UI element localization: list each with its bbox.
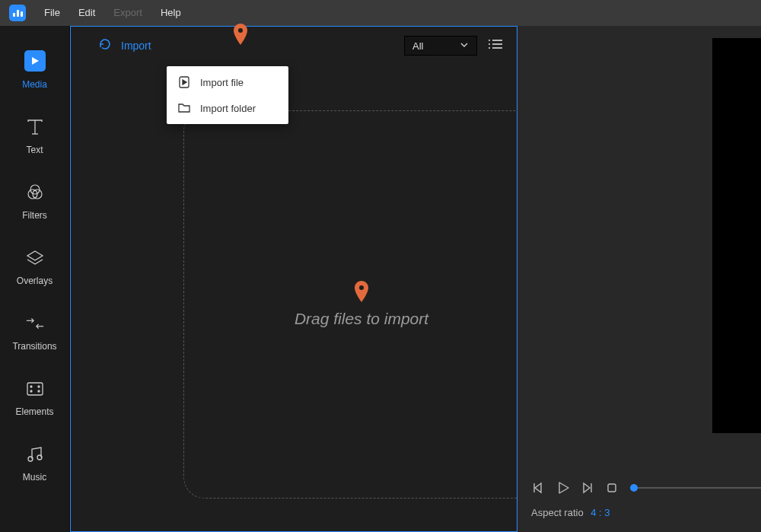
play-media-icon — [24, 50, 46, 72]
map-pin-icon — [234, 24, 247, 48]
svg-marker-20 — [183, 80, 186, 84]
svg-point-6 — [30, 386, 32, 387]
seek-handle[interactable] — [630, 484, 638, 492]
menu-help[interactable]: Help — [151, 0, 190, 26]
svg-point-21 — [359, 285, 364, 290]
list-view-toggle[interactable] — [488, 37, 503, 54]
import-dropdown-menu: Import file Import folder — [167, 66, 288, 124]
svg-point-7 — [38, 386, 40, 387]
sidebar-item-filters[interactable]: Filters — [0, 169, 70, 234]
preview-viewport — [712, 38, 761, 433]
sidebar-item-label: Transitions — [12, 341, 56, 352]
transition-icon — [25, 314, 45, 333]
svg-point-9 — [38, 390, 40, 392]
media-filter-select[interactable]: All — [404, 36, 477, 56]
sidebar-item-label: Media — [22, 79, 47, 90]
chevron-down-icon — [460, 40, 469, 52]
sidebar-item-label: Overlays — [17, 276, 53, 286]
aspect-ratio-display: Aspect ratio 4 : 3 — [531, 507, 610, 518]
media-dropzone[interactable]: Drag files to import — [183, 110, 540, 499]
menu-file[interactable]: File — [35, 0, 69, 26]
svg-rect-5 — [27, 383, 43, 395]
prev-frame-button[interactable] — [531, 480, 546, 495]
sidebar-item-label: Text — [26, 145, 43, 155]
refresh-icon[interactable] — [98, 37, 112, 54]
stop-button[interactable] — [604, 480, 619, 495]
sidebar-item-transitions[interactable]: Transitions — [0, 300, 70, 365]
aspect-ratio-label: Aspect ratio — [531, 507, 584, 518]
menu-bar: File Edit Export Help — [0, 0, 761, 26]
preview-panel: Aspect ratio 4 : 3 — [517, 26, 761, 532]
elements-icon — [25, 379, 45, 399]
main-layout: Media Text Filters O — [0, 26, 761, 532]
sidebar-item-label: Music — [23, 472, 46, 483]
music-icon — [25, 444, 45, 464]
svg-rect-27 — [608, 484, 616, 492]
import-file-label: Import file — [200, 77, 244, 88]
svg-marker-24 — [559, 483, 568, 493]
import-folder-label: Import folder — [200, 103, 256, 114]
sidebar-item-overlays[interactable]: Overlays — [0, 234, 70, 300]
svg-marker-25 — [584, 483, 590, 492]
sidebar-item-text[interactable]: Text — [0, 104, 70, 169]
svg-point-8 — [30, 390, 32, 392]
aspect-ratio-value[interactable]: 4 : 3 — [591, 507, 610, 518]
dropzone-text: Drag files to import — [295, 310, 428, 328]
seek-track[interactable] — [633, 487, 761, 489]
import-button[interactable]: Import — [121, 40, 151, 52]
player-controls — [531, 480, 619, 495]
media-panel-toolbar: Import All — [71, 27, 517, 65]
svg-point-18 — [238, 28, 243, 33]
app-logo — [9, 5, 26, 21]
sidebar-item-media[interactable]: Media — [0, 37, 70, 104]
import-file-menuitem[interactable]: Import file — [167, 69, 288, 95]
sidebar: Media Text Filters O — [0, 26, 70, 532]
media-panel: Import All — [70, 26, 517, 532]
text-icon — [25, 117, 45, 137]
venn-icon — [25, 183, 45, 202]
sidebar-item-label: Filters — [22, 210, 47, 221]
menu-export: Export — [104, 0, 151, 26]
menu-edit[interactable]: Edit — [69, 0, 104, 26]
sidebar-item-elements[interactable]: Elements — [0, 365, 70, 431]
media-filter-value: All — [412, 40, 423, 52]
sidebar-item-music[interactable]: Music — [0, 431, 70, 496]
sidebar-item-label: Elements — [15, 406, 53, 417]
svg-marker-22 — [535, 483, 541, 492]
import-folder-menuitem[interactable]: Import folder — [167, 95, 288, 121]
svg-marker-0 — [32, 57, 39, 65]
svg-marker-4 — [27, 251, 43, 260]
play-button[interactable] — [556, 480, 571, 495]
next-frame-button[interactable] — [580, 480, 595, 495]
map-pin-icon — [355, 281, 368, 305]
layers-icon — [25, 248, 45, 268]
folder-icon — [177, 101, 191, 115]
file-play-icon — [177, 75, 191, 89]
